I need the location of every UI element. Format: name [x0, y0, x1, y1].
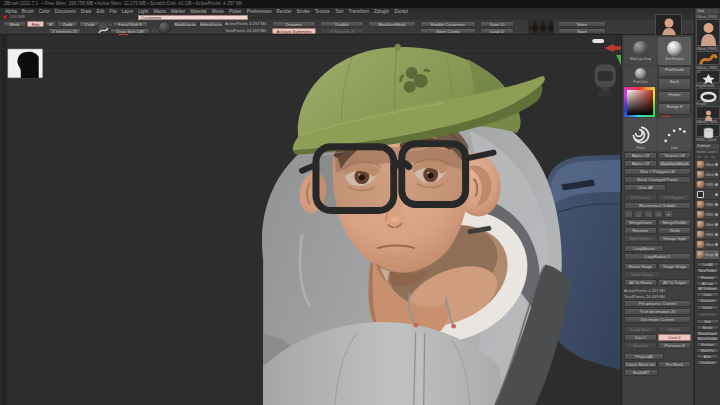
home-stage-button[interactable]: Home Stage — [624, 263, 657, 270]
menu-picker[interactable]: Picker — [229, 9, 242, 14]
m-button[interactable]: M — [45, 21, 56, 27]
mergevisible-subtool-button[interactable]: MergeVisible — [696, 336, 719, 341]
eye-icon[interactable] — [715, 233, 718, 236]
lazyradius-slider[interactable]: LazyRadius 1 — [624, 253, 691, 260]
tool-palette-header[interactable]: Tool — [696, 9, 719, 14]
all-to-home-button[interactable]: All To Home — [696, 286, 719, 291]
lazymouse-button[interactable]: LazyMouse — [624, 245, 664, 252]
groups-split-button[interactable]: Groups Split — [658, 235, 691, 242]
double-button[interactable]: Double — [320, 21, 364, 27]
material-matcap-gray[interactable]: MatCap Gray — [624, 37, 657, 65]
tool-umesh[interactable] — [696, 106, 720, 119]
frame-button[interactable]: Frame — [658, 91, 691, 102]
subtool-row-selected[interactable]: Merged_PM3 — [696, 250, 719, 260]
decimation-slider[interactable]: % of decimation 20 — [624, 308, 691, 315]
menu-alpha[interactable]: Alpha — [5, 9, 17, 14]
menu-texture[interactable]: Texture — [315, 9, 330, 14]
smooth-button[interactable]: Smooth — [624, 342, 657, 349]
menu-zscript[interactable]: Zscript — [394, 9, 408, 14]
preprocess-button[interactable]: Pre-process Current — [624, 300, 691, 307]
back-button[interactable]: Back — [658, 78, 691, 89]
stroke-type-icon[interactable] — [97, 21, 109, 33]
store-button[interactable]: Store — [558, 21, 606, 27]
eye-icon[interactable] — [715, 253, 718, 256]
focal-shift-slider[interactable]: Focal Shift 8 — [112, 21, 148, 27]
target-stage-button[interactable]: Target Stage — [658, 263, 691, 270]
boolean-button[interactable]: Boolean — [696, 342, 719, 347]
menu-render[interactable]: Render — [276, 9, 291, 14]
brush-dots[interactable]: Dots — [658, 118, 691, 151]
save-button[interactable]: Save — [558, 28, 606, 34]
menu-material[interactable]: Material — [190, 9, 206, 14]
subtool-row[interactable]: UMesh_PM3D — [696, 170, 719, 180]
align-button[interactable]: Align — [696, 354, 719, 359]
decimate-button[interactable]: Decimate Current — [624, 316, 691, 323]
del-other-button[interactable]: Del Other — [696, 312, 719, 317]
reference-thumbnail[interactable] — [8, 49, 43, 78]
subtool-row[interactable]: PM3D_Spher — [696, 230, 719, 240]
lazy-start-button[interactable]: Lazy Start — [624, 326, 657, 333]
pressure-slider[interactable]: Pressure 8 — [658, 342, 691, 349]
draw-size-slider[interactable]: Draw Size 148 — [110, 28, 150, 34]
load-ui-button[interactable]: Load Ui — [480, 28, 514, 34]
menu-zplugin[interactable]: Zplugin — [374, 9, 389, 14]
mergedown-button[interactable]: MergeDown — [624, 219, 657, 226]
list-all-button[interactable]: List All — [696, 262, 719, 267]
copy-button[interactable]: Copy — [696, 292, 719, 297]
tool-ring3d[interactable] — [696, 88, 720, 101]
fix-mesh-button[interactable]: Fix Mesh — [658, 361, 691, 368]
material-flatcolor[interactable]: FlatColor — [624, 66, 657, 86]
subtool-row[interactable]: UMesh_PM3D — [696, 220, 719, 230]
canvas-pill-button[interactable] — [592, 39, 604, 43]
mergevisible-button[interactable]: MergeVisible — [658, 219, 691, 226]
split-hidden-button[interactable]: Split Hidden — [624, 235, 657, 242]
scale-mt-button[interactable]: ScaleMT — [624, 369, 658, 376]
dynamic-button[interactable]: Dynamic — [272, 21, 316, 27]
menu-stroke[interactable]: Stroke — [297, 9, 310, 14]
backface-mask-button[interactable]: BackfaceMask — [368, 21, 416, 27]
weld-pts-button[interactable]: Weld Pts — [696, 348, 719, 353]
record-icon[interactable] — [3, 15, 7, 19]
check-mesh-button[interactable]: Check Mesh Int. — [624, 361, 657, 368]
menu-movie[interactable]: Movie — [212, 9, 224, 14]
flatshade-button[interactable]: FlatShade — [658, 66, 691, 77]
mask-mode-dropdown[interactable]: Mask Changed Points — [624, 176, 691, 183]
eye-icon[interactable] — [715, 223, 718, 226]
menu-light[interactable]: Light — [138, 9, 148, 14]
distribute-button[interactable]: Distribute — [696, 360, 719, 365]
z-intensity-slider[interactable]: Z Intensity 25 — [48, 28, 81, 34]
series-button[interactable]: Series — [658, 326, 691, 333]
weld-button[interactable]: Weld — [658, 227, 691, 234]
all-to-target-button[interactable]: All To Target — [658, 279, 691, 286]
alpha-off-small-button[interactable]: Alpha Off — [624, 160, 657, 167]
menu-color[interactable]: Color — [39, 9, 50, 14]
visibility-toggle[interactable] — [710, 155, 716, 159]
activate-symmetry-button[interactable]: Activate Symmetry — [272, 28, 316, 34]
menu-edit[interactable]: Edit — [96, 9, 104, 14]
curve-mode-icon[interactable]: ≡ — [654, 210, 663, 218]
menu-marker[interactable]: Marker — [171, 9, 185, 14]
cont-slider[interactable]: Cont 2 — [658, 334, 691, 341]
mask-lasso-button[interactable]: MaskLasso — [173, 21, 197, 27]
subtool-row[interactable] — [696, 190, 719, 200]
curve-mode-icon[interactable]: ~ — [644, 210, 653, 218]
alpha-icon[interactable] — [158, 21, 171, 34]
save-ui-button[interactable]: Save Ui — [480, 21, 514, 27]
split-button[interactable]: Split — [696, 319, 719, 324]
eye-icon[interactable] — [715, 183, 718, 186]
all-to-home-button[interactable]: All To Home — [624, 279, 657, 286]
del-higher-button[interactable]: Del Higher — [658, 194, 691, 201]
dist-slider[interactable]: Dist 2 — [624, 334, 657, 341]
brush-paint[interactable]: Paint — [624, 118, 657, 151]
subtool-row[interactable]: UMesh_PM3D — [696, 240, 719, 250]
backface-mask-button[interactable]: BackfaceMask — [658, 160, 691, 167]
curve-mode-icon[interactable]: ◡ — [634, 210, 643, 218]
range-slider[interactable]: Range 8 — [658, 103, 691, 114]
alpha-off-button[interactable]: Alpha Off — [624, 152, 657, 159]
menu-macro[interactable]: Macro — [153, 9, 166, 14]
subtool-row[interactable]: ! PM3D_Spher — [696, 180, 719, 190]
color-picker[interactable] — [624, 87, 655, 117]
visibility-toggle[interactable] — [703, 155, 709, 159]
subtool-row[interactable]: PM3D_Ring3 — [696, 210, 719, 220]
eye-icon[interactable] — [715, 243, 718, 246]
